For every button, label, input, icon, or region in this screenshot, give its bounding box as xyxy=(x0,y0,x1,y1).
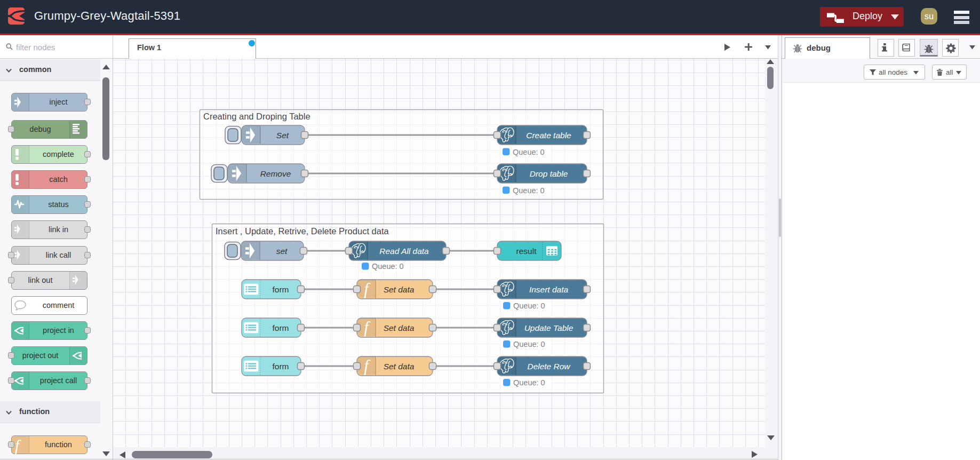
svg-text:Set: Set xyxy=(276,131,289,140)
svg-text:Set data: Set data xyxy=(384,362,415,371)
svg-text:Insert data: Insert data xyxy=(529,285,569,294)
svg-text:Update Table: Update Table xyxy=(524,323,573,332)
svg-text:Remove: Remove xyxy=(260,169,291,178)
svg-text:Creating and Droping Table: Creating and Droping Table xyxy=(203,112,310,121)
svg-text:f: f xyxy=(15,437,21,454)
svg-text:Read All data: Read All data xyxy=(379,247,429,256)
svg-text:Queue: 0: Queue: 0 xyxy=(513,378,545,387)
svg-text:set: set xyxy=(276,247,288,256)
svg-text:Insert , Update, Retrive, Dele: Insert , Update, Retrive, Delete Product… xyxy=(216,226,389,236)
svg-text:Delete Row: Delete Row xyxy=(527,362,571,371)
svg-text:Queue: 0: Queue: 0 xyxy=(513,186,545,195)
svg-text:result: result xyxy=(516,247,537,256)
svg-text:form: form xyxy=(273,362,289,371)
svg-text:Set data: Set data xyxy=(384,323,415,332)
svg-text:Queue: 0: Queue: 0 xyxy=(513,148,545,156)
svg-text:Drop table: Drop table xyxy=(530,169,568,178)
svg-text:Queue: 0: Queue: 0 xyxy=(372,262,404,271)
svg-text:Create table: Create table xyxy=(526,131,571,140)
svg-text:Set data: Set data xyxy=(384,285,415,294)
svg-text:Queue: 0: Queue: 0 xyxy=(513,340,545,348)
svg-text:Queue: 0: Queue: 0 xyxy=(513,302,545,310)
svg-text:form: form xyxy=(273,285,289,294)
svg-text:form: form xyxy=(273,323,289,332)
